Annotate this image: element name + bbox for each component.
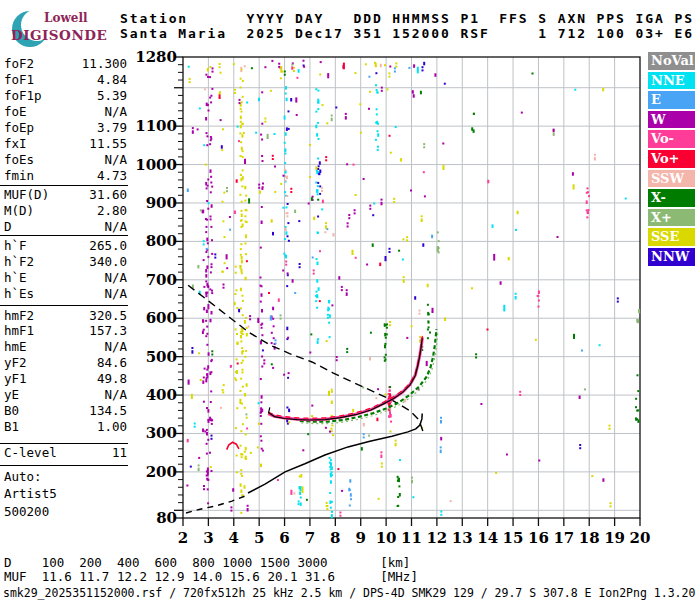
legend-item-x: X+ bbox=[648, 209, 695, 227]
ionogram-plot: 2345678910111213141516171819201280110010… bbox=[0, 0, 700, 600]
legend-item-e: E bbox=[648, 91, 695, 109]
muf-frequency-row: MUF 11.6 11.7 12.2 12.9 14.0 15.6 20.1 3… bbox=[4, 570, 418, 584]
muf-distance-row: D 100 200 400 600 800 1000 1500 3000 [km… bbox=[4, 556, 410, 570]
svg-text:20: 20 bbox=[630, 529, 651, 547]
svg-text:1280: 1280 bbox=[135, 48, 177, 66]
svg-text:15: 15 bbox=[503, 529, 524, 547]
svg-text:5: 5 bbox=[254, 529, 264, 547]
svg-text:3: 3 bbox=[203, 529, 213, 547]
svg-text:400: 400 bbox=[146, 386, 177, 404]
plot-legend: NoValNNEEWVo-Vo+SSWX-X+SSENNW bbox=[648, 52, 696, 268]
legend-item-w: W bbox=[648, 111, 695, 129]
svg-text:600: 600 bbox=[146, 309, 177, 327]
svg-text:800: 800 bbox=[146, 232, 177, 250]
legend-item-ssw: SSW bbox=[648, 170, 695, 188]
svg-text:9: 9 bbox=[356, 529, 366, 547]
svg-text:1000: 1000 bbox=[135, 156, 177, 174]
svg-text:200: 200 bbox=[146, 463, 177, 481]
o-mode-trace-red bbox=[268, 336, 422, 418]
svg-text:6: 6 bbox=[279, 529, 289, 547]
legend-item-nnw: NNW bbox=[648, 248, 695, 266]
legend-item-sse: SSE bbox=[648, 228, 695, 246]
ionogram-app: { "logo": {"line1": "Lowell", "line2": "… bbox=[0, 0, 700, 600]
es-artifact bbox=[227, 442, 239, 449]
svg-text:16: 16 bbox=[528, 529, 549, 547]
svg-text:500: 500 bbox=[146, 348, 177, 366]
svg-text:18: 18 bbox=[579, 529, 600, 547]
legend-item-vo: Vo- bbox=[648, 130, 695, 148]
scaled-traces bbox=[186, 285, 438, 513]
svg-text:300: 300 bbox=[146, 424, 177, 442]
svg-text:12: 12 bbox=[426, 529, 447, 547]
svg-text:900: 900 bbox=[146, 194, 177, 212]
plot-grid bbox=[183, 57, 640, 518]
svg-text:1100: 1100 bbox=[135, 117, 177, 135]
svg-text:14: 14 bbox=[477, 529, 498, 547]
legend-item-vo: Vo+ bbox=[648, 150, 695, 168]
svg-text:13: 13 bbox=[452, 529, 473, 547]
plot-axes bbox=[174, 57, 640, 526]
svg-text:19: 19 bbox=[604, 529, 625, 547]
svg-text:2: 2 bbox=[178, 529, 188, 547]
svg-text:80: 80 bbox=[156, 509, 177, 527]
svg-text:4: 4 bbox=[229, 529, 239, 547]
svg-text:17: 17 bbox=[553, 529, 574, 547]
svg-text:700: 700 bbox=[146, 271, 177, 289]
legend-item-x: X- bbox=[648, 189, 695, 207]
legend-item-nne: NNE bbox=[648, 72, 695, 90]
svg-text:8: 8 bbox=[330, 529, 340, 547]
svg-text:10: 10 bbox=[376, 529, 397, 547]
svg-text:7: 7 bbox=[305, 529, 315, 547]
status-bar: smk29_2025351152000.rsf / 720fx512h 25 k… bbox=[3, 587, 695, 600]
svg-text:11: 11 bbox=[401, 529, 422, 547]
legend-item-noval: NoVal bbox=[648, 52, 695, 70]
noise-echo-dots bbox=[186, 60, 640, 519]
